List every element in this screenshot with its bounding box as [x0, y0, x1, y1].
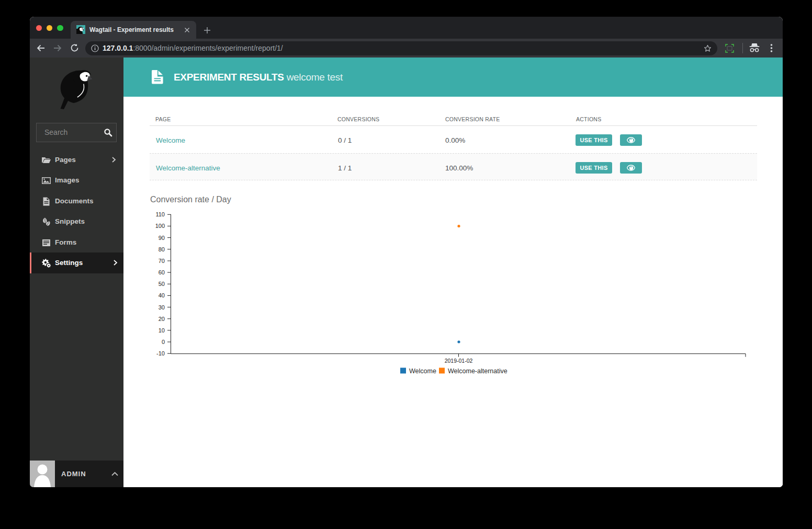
svg-text:2019-01-02: 2019-01-02 — [445, 358, 473, 364]
svg-text:40: 40 — [159, 292, 165, 298]
svg-text:60: 60 — [159, 269, 165, 275]
svg-text:-10: -10 — [156, 350, 165, 356]
svg-text:0: 0 — [162, 339, 165, 345]
svg-text:100: 100 — [155, 223, 165, 229]
svg-text:30: 30 — [159, 304, 165, 310]
svg-text:50: 50 — [159, 281, 165, 287]
svg-text:Welcome-alternative: Welcome-alternative — [448, 367, 508, 375]
svg-text:70: 70 — [159, 258, 165, 264]
svg-text:Welcome: Welcome — [409, 367, 436, 375]
svg-text:110: 110 — [155, 211, 165, 217]
svg-text:90: 90 — [159, 235, 165, 241]
svg-text:80: 80 — [159, 246, 165, 252]
svg-text:20: 20 — [159, 316, 165, 322]
svg-text:10: 10 — [159, 327, 165, 334]
